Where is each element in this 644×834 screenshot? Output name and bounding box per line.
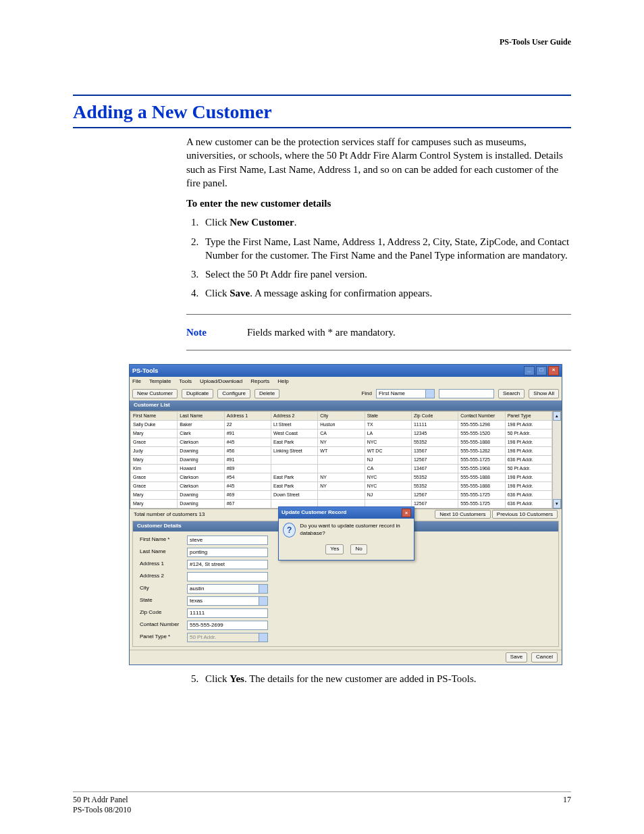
last-name-field[interactable]: ponting (187, 548, 268, 557)
column-header[interactable]: Contact Number (458, 412, 505, 421)
customer-table: First NameLast NameAddress 1Address 2Cit… (130, 411, 552, 509)
note-text: Fields marked with * are mandatory. (247, 325, 396, 339)
step-3: Select the 50 Pt Addr fire panel version… (201, 267, 571, 281)
total-customers: Total number of customers 13 (134, 511, 205, 519)
table-row[interactable]: MaryDowning#91NJ12567555-555-1725636 Pt … (131, 456, 552, 465)
address1-field[interactable]: #124, St street (187, 560, 268, 569)
dialog-close-icon[interactable]: × (402, 509, 411, 517)
dialog-title: Update Customer Record (281, 509, 346, 517)
app-window: PS-Tools _ □ × File Template Tools Uploa… (129, 364, 562, 665)
footer-line1: 50 Pt Addr Panel (73, 795, 131, 805)
minimize-icon[interactable]: _ (524, 366, 535, 375)
step-4: Click Save. A message asking for confirm… (201, 286, 571, 300)
find-label: Find (361, 390, 372, 398)
column-header[interactable]: Zip Code (411, 412, 458, 421)
table-row[interactable]: GraceClarkson#54East ParkNYNYC55352555-5… (131, 473, 552, 482)
menu-file[interactable]: File (132, 378, 141, 386)
panel-type-field[interactable]: 50 Pt Addr. (187, 633, 268, 642)
last-name-label: Last Name (140, 548, 187, 556)
page-header: PS-Tools User Guide (73, 37, 571, 47)
column-header[interactable]: City (318, 412, 365, 421)
dialog-text: Do you want to update customer record in… (300, 523, 410, 538)
city-label: City (140, 585, 187, 592)
table-row[interactable]: KimHoward#89CA13467555-555-196850 Pt Add… (131, 465, 552, 473)
table-row[interactable]: Sally DukeBaker22Lt StreetHustonTX111115… (131, 421, 552, 429)
update-record-dialog: Update Customer Record × ? Do you want t… (278, 506, 414, 561)
scroll-down-icon[interactable]: ▾ (553, 499, 561, 509)
step-1: Click New Customer. (201, 215, 571, 229)
rule-bottom (73, 127, 571, 128)
search-button[interactable]: Search (498, 389, 525, 399)
state-field[interactable]: texas (187, 596, 268, 606)
menu-tools[interactable]: Tools (179, 378, 192, 386)
footer-line2: PS-Tools 08/2010 (73, 805, 131, 815)
city-field[interactable]: austin (187, 584, 268, 594)
page-number: 17 (563, 795, 571, 815)
no-button[interactable]: No (350, 544, 367, 554)
titlebar: PS-Tools _ □ × (130, 365, 562, 377)
menu-template[interactable]: Template (149, 378, 171, 386)
scroll-up-icon[interactable]: ▴ (553, 411, 561, 421)
table-row[interactable]: MaryDowning#69Down StreetNJ12567555-555-… (131, 491, 552, 500)
menu-upload[interactable]: Upload/Download (200, 378, 242, 386)
menu-help[interactable]: Help (277, 378, 288, 386)
maximize-icon[interactable]: □ (536, 366, 547, 375)
step-5: Click Yes. The details for the new custo… (201, 672, 571, 685)
address2-field[interactable] (187, 572, 268, 581)
subhead: To enter the new customer details (186, 197, 571, 210)
question-icon: ? (283, 523, 296, 538)
column-header[interactable]: State (365, 412, 411, 421)
page-footer: 50 Pt Addr Panel PS-Tools 08/2010 17 (73, 791, 571, 815)
find-input[interactable] (439, 389, 494, 398)
column-header[interactable]: First Name (131, 412, 178, 421)
rule-top (73, 95, 571, 96)
zip-field[interactable]: 11111 (187, 608, 268, 618)
state-label: State (140, 597, 187, 604)
contact-field[interactable]: 555-555-2699 (187, 621, 268, 630)
show-all-button[interactable]: Show All (529, 389, 559, 399)
delete-button[interactable]: Delete (254, 389, 279, 399)
yes-button[interactable]: Yes (325, 544, 344, 554)
new-customer-button[interactable]: New Customer (132, 389, 178, 399)
prev-customers-button[interactable]: Previous 10 Customers (492, 510, 558, 519)
zip-label: Zip Code (140, 609, 187, 617)
column-header[interactable]: Address 2 (271, 412, 317, 421)
scrollbar[interactable]: ▴ ▾ (552, 411, 561, 509)
customer-list-head: Customer List (130, 400, 562, 411)
address2-label: Address 2 (140, 573, 187, 580)
step-2: Type the First Name, Last Name, Address … (201, 235, 571, 263)
column-header[interactable]: Last Name (178, 412, 224, 421)
menu-reports[interactable]: Reports (250, 378, 269, 386)
table-row[interactable]: MaryClark#91West CoastCALA12345555-555-1… (131, 429, 552, 438)
column-header[interactable]: Panel Type (505, 412, 552, 421)
address1-label: Address 1 (140, 561, 187, 568)
column-header[interactable]: Address 1 (224, 412, 271, 421)
configure-button[interactable]: Configure (217, 389, 250, 399)
table-row[interactable]: GraceClarkson#45East ParkNYNYC55352555-5… (131, 438, 552, 447)
toolbar: New Customer Duplicate Configure Delete … (130, 387, 562, 401)
section-title: Adding a New Customer (73, 101, 571, 123)
note-box: Note Fields marked with * are mandatory. (186, 314, 571, 350)
contact-label: Contact Number (140, 621, 187, 629)
find-field-select[interactable]: First Name (376, 389, 435, 398)
cancel-button[interactable]: Cancel (531, 652, 558, 662)
panel-type-label: Panel Type * (140, 633, 187, 641)
app-title: PS-Tools (132, 367, 158, 375)
table-row[interactable]: JudyDowning#56Linking StreetWTWT DC13567… (131, 447, 552, 456)
intro-para: A new customer can be the protection ser… (186, 135, 571, 190)
menubar: File Template Tools Upload/Download Repo… (130, 377, 562, 387)
note-label: Note (186, 325, 227, 339)
save-button[interactable]: Save (506, 652, 527, 662)
next-customers-button[interactable]: Next 10 Customers (435, 510, 490, 519)
first-name-label: First Name * (140, 536, 187, 544)
first-name-field[interactable]: steve (187, 536, 268, 545)
customer-grid: First NameLast NameAddress 1Address 2Cit… (130, 411, 562, 509)
duplicate-button[interactable]: Duplicate (182, 389, 213, 399)
table-row[interactable]: GraceClarkson#45East ParkNYNYC55352555-5… (131, 482, 552, 491)
close-icon[interactable]: × (548, 366, 559, 375)
